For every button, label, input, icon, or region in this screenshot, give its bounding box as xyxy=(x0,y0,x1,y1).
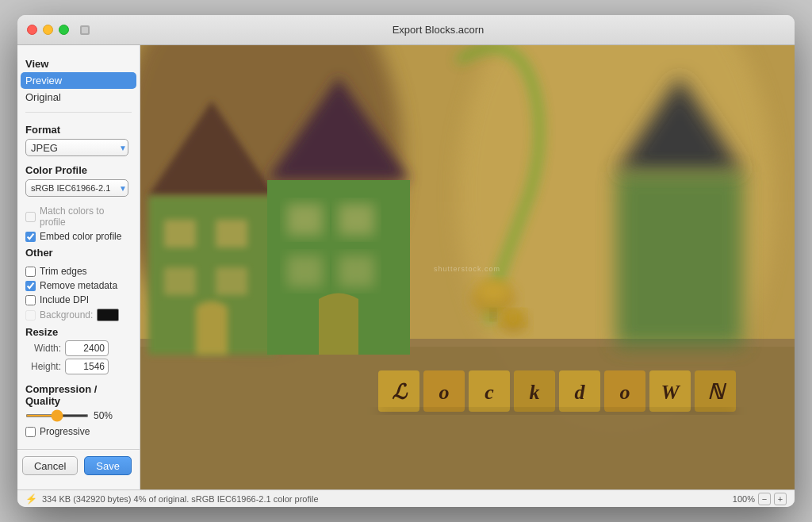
embed-color-row: Embed color profile xyxy=(17,229,140,244)
trim-edges-label: Trim edges xyxy=(40,266,87,277)
resize-label: Resize xyxy=(25,326,132,338)
footer-buttons: Cancel Save xyxy=(17,449,140,482)
quality-slider[interactable] xyxy=(25,414,89,417)
height-input[interactable] xyxy=(65,359,109,374)
trim-edges-row: Trim edges xyxy=(17,264,140,278)
status-left: ⚡ 334 KB (342920 bytes) 4% of original. … xyxy=(25,493,319,505)
progressive-label: Progressive xyxy=(40,426,90,437)
svg-rect-12 xyxy=(216,267,247,295)
status-text: 334 KB (342920 bytes) 4% of original. sR… xyxy=(42,494,319,504)
preview-area: ℒ o c k d o W xyxy=(140,45,795,489)
view-section-label: View xyxy=(17,53,140,72)
svg-rect-1 xyxy=(82,27,88,33)
save-button[interactable]: Save xyxy=(84,456,132,475)
color-profile-select[interactable]: sRGB IEC61966-2.1 xyxy=(25,179,128,197)
svg-point-22 xyxy=(477,280,509,302)
sidebar-footer: Cancel Save xyxy=(17,449,140,482)
svg-rect-11 xyxy=(164,267,196,295)
trim-edges-checkbox[interactable] xyxy=(25,267,36,277)
quality-slider-row: 50% xyxy=(25,410,132,421)
width-label: Width: xyxy=(25,343,61,354)
format-select[interactable]: JPEG PNG TIFF GIF BMP WebP xyxy=(25,139,128,156)
quality-value: 50% xyxy=(94,410,113,421)
match-colors-checkbox[interactable] xyxy=(25,212,36,222)
svg-point-25 xyxy=(503,310,523,324)
preview-menu-item[interactable]: Preview xyxy=(21,72,136,89)
svg-rect-17 xyxy=(287,255,323,287)
progressive-row: Progressive xyxy=(17,424,140,439)
zoom-in-button[interactable]: + xyxy=(774,493,787,505)
include-dpi-checkbox[interactable] xyxy=(25,295,36,305)
remove-metadata-label: Remove metadata xyxy=(40,280,117,291)
remove-metadata-checkbox[interactable] xyxy=(25,281,36,291)
format-select-wrapper: JPEG PNG TIFF GIF BMP WebP ▼ xyxy=(25,139,132,156)
window-title: Export Blocks.acorn xyxy=(91,24,785,36)
maximize-button[interactable] xyxy=(59,25,69,35)
svg-rect-23 xyxy=(491,310,496,320)
window-icon xyxy=(79,24,91,36)
svg-text:W: W xyxy=(661,381,680,404)
separator-1 xyxy=(25,112,132,113)
sidebar: View Preview Original Format JPEG PNG TI… xyxy=(17,45,140,489)
svg-text:ℒ: ℒ xyxy=(392,381,408,404)
match-colors-label: Match colors to profile xyxy=(40,205,132,228)
main-window: Export Blocks.acorn View Preview Origina… xyxy=(17,15,795,507)
include-dpi-label: Include DPI xyxy=(40,294,89,305)
background-label: Background: xyxy=(40,309,93,320)
compression-label: Compression / Quality xyxy=(25,383,132,407)
svg-rect-15 xyxy=(287,204,323,236)
width-row: Width: xyxy=(25,340,132,356)
svg-text:o: o xyxy=(439,381,450,404)
remove-metadata-row: Remove metadata xyxy=(17,278,140,293)
resize-section: Resize Width: Height: xyxy=(17,323,140,380)
window-body: View Preview Original Format JPEG PNG TI… xyxy=(17,45,795,489)
other-label: Other xyxy=(25,247,132,259)
svg-rect-9 xyxy=(164,220,196,248)
svg-text:c: c xyxy=(485,381,494,404)
svg-text:d: d xyxy=(575,381,586,404)
other-section: Other xyxy=(17,244,140,264)
svg-rect-18 xyxy=(339,255,374,287)
color-profile-label: Color Profile xyxy=(25,164,132,176)
embed-color-label: Embed color profile xyxy=(40,231,121,242)
preview-image: ℒ o c k d o W xyxy=(140,45,795,489)
status-bar: ⚡ 334 KB (342920 bytes) 4% of original. … xyxy=(17,489,795,507)
format-section: Format JPEG PNG TIFF GIF BMP WebP ▼ xyxy=(17,119,140,161)
background-color-swatch[interactable] xyxy=(97,309,119,321)
width-input[interactable] xyxy=(65,340,109,356)
status-right: 100% − + xyxy=(733,493,787,505)
close-button[interactable] xyxy=(27,25,37,35)
svg-rect-16 xyxy=(339,204,374,236)
svg-text:o: o xyxy=(620,381,630,404)
height-row: Height: xyxy=(25,359,132,374)
svg-rect-43 xyxy=(378,409,736,413)
svg-text:shutterstock.com: shutterstock.com xyxy=(434,265,500,273)
svg-rect-5 xyxy=(140,339,795,489)
svg-rect-20 xyxy=(616,172,743,347)
height-label: Height: xyxy=(25,361,61,372)
title-bar: Export Blocks.acorn xyxy=(17,15,795,45)
include-dpi-row: Include DPI xyxy=(17,293,140,307)
svg-text:k: k xyxy=(530,381,540,404)
svg-rect-10 xyxy=(216,220,247,248)
progressive-checkbox[interactable] xyxy=(25,427,36,437)
embed-color-checkbox[interactable] xyxy=(25,232,36,242)
minimize-button[interactable] xyxy=(43,25,53,35)
background-row: Background: xyxy=(17,307,140,323)
compression-section: Compression / Quality 50% xyxy=(17,380,140,424)
match-colors-row: Match colors to profile xyxy=(17,204,140,229)
color-profile-select-wrapper: sRGB IEC61966-2.1 ▼ xyxy=(25,179,132,197)
background-checkbox[interactable] xyxy=(25,310,36,320)
status-icon: ⚡ xyxy=(25,493,37,505)
zoom-out-button[interactable]: − xyxy=(758,493,771,505)
cancel-button[interactable]: Cancel xyxy=(22,456,78,475)
traffic-lights xyxy=(27,25,69,35)
zoom-level: 100% xyxy=(733,494,755,504)
format-label: Format xyxy=(25,124,132,136)
color-profile-section: Color Profile sRGB IEC61966-2.1 ▼ xyxy=(17,161,140,204)
original-menu-item[interactable]: Original xyxy=(17,89,140,106)
